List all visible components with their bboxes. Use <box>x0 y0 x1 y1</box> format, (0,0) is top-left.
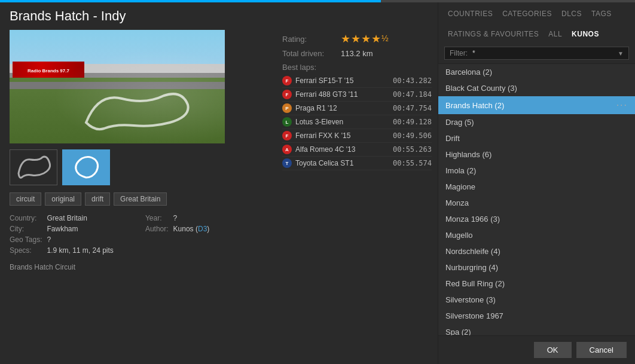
nav-tabs: COUNTRIES CATEGORIES DLCS TAGS RATINGS &… <box>438 2 635 43</box>
lap-row: P Praga R1 '12 00:47.754 <box>282 102 432 115</box>
list-item[interactable]: Drag (5) <box>438 114 635 130</box>
lap-time: 00:55.263 <box>393 145 432 154</box>
ok-button[interactable]: OK <box>534 342 572 358</box>
lap-car: Ferrari FXX K '15 <box>295 131 389 140</box>
city-label: City: <box>10 225 42 233</box>
tab-tags[interactable]: TAGS <box>591 8 612 19</box>
total-driven-label: Total driven: <box>282 49 336 58</box>
lap-car: Alfa Romeo 4C '13 <box>295 145 389 154</box>
tab-ratings[interactable]: RATINGS & FAVOURITES <box>448 29 539 39</box>
track-layout-1[interactable] <box>10 149 57 185</box>
rating-label: Rating: <box>282 35 336 44</box>
track-list[interactable]: Barcelona (2)Black Cat County (3)Brands … <box>438 64 635 335</box>
lap-icon: F <box>282 90 292 99</box>
lap-icon: P <box>282 103 292 113</box>
tab-all[interactable]: ALL <box>548 29 562 39</box>
lap-car: Ferrari 488 GT3 '11 <box>295 90 389 99</box>
lap-time: 00:49.506 <box>393 131 432 140</box>
lap-icon: A <box>282 145 292 154</box>
list-item[interactable]: Highlands (6) <box>438 146 635 163</box>
tag-drift[interactable]: drift <box>85 192 110 206</box>
lap-car: Praga R1 '12 <box>295 104 389 112</box>
total-driven-row: Total driven: 113.2 km <box>282 49 432 58</box>
specs-label: Specs: <box>10 246 42 255</box>
geotags-label: Geo Tags: <box>10 235 42 244</box>
list-item[interactable]: Monza <box>438 195 635 211</box>
tab-dlcs[interactable]: DLCS <box>561 8 582 19</box>
lap-row: T Toyota Celica ST1 00:55.574 <box>282 157 432 170</box>
list-item[interactable]: Drift <box>438 130 635 146</box>
list-item[interactable]: Spa (2) <box>438 324 635 335</box>
tag-country[interactable]: Great Britain <box>114 192 167 206</box>
lap-icon: L <box>282 117 292 127</box>
cancel-button[interactable]: Cancel <box>576 342 627 358</box>
country-value: Great Britain <box>47 214 140 222</box>
list-item[interactable]: Black Cat County (3) <box>438 80 635 96</box>
lap-icon: F <box>282 131 292 140</box>
tab-kunos[interactable]: KUNOS <box>572 29 599 39</box>
filter-row: Filter: ▼ <box>438 43 635 64</box>
lap-time: 00:47.184 <box>393 90 432 99</box>
filter-label: Filter: <box>450 49 468 57</box>
list-item[interactable]: Mugello <box>438 227 635 243</box>
tag-circuit[interactable]: circuit <box>10 192 41 206</box>
author-link[interactable]: D3 <box>198 225 207 233</box>
year-value: ? <box>173 214 267 222</box>
author-value: Kunos (D3) <box>173 225 267 233</box>
lap-car: Lotus 3-Eleven <box>295 118 389 126</box>
list-item[interactable]: Imola (2) <box>438 163 635 179</box>
info-grid: Country: Great Britain Year: ? City: Faw… <box>10 214 267 255</box>
lap-row: A Alfa Romeo 4C '13 00:55.263 <box>282 143 432 157</box>
track-layout-2[interactable] <box>62 149 110 185</box>
bottom-buttons: OK Cancel <box>438 335 635 364</box>
author-label: Author: <box>145 225 169 233</box>
filter-input[interactable] <box>472 49 613 57</box>
tab-categories[interactable]: CATEGORIES <box>502 8 552 19</box>
lap-row: F Ferrari SF15-T '15 00:43.282 <box>282 74 432 88</box>
lap-icon: T <box>282 158 292 168</box>
lap-time: 00:43.282 <box>393 77 432 85</box>
specs-value: 1.9 km, 11 m, 24 pits <box>47 246 140 255</box>
lap-icon: F <box>282 76 292 85</box>
list-item[interactable]: Silverstone (3) <box>438 292 635 308</box>
country-label: Country: <box>10 214 42 222</box>
lap-time: 00:49.128 <box>393 118 432 126</box>
track-image: Radio Brands 97.7 <box>10 30 225 143</box>
total-driven-value: 113.2 km <box>341 49 373 58</box>
city-value: Fawkham <box>47 225 140 233</box>
list-item[interactable]: Magione <box>438 179 635 195</box>
geotags-value: ? <box>47 235 140 244</box>
page-title: Brands Hatch - Indy <box>10 8 267 24</box>
list-item[interactable]: Monza 1966 (3) <box>438 211 635 227</box>
tags-row: circuit original drift Great Britain <box>10 192 267 206</box>
track-layout-section <box>10 149 267 185</box>
tag-original[interactable]: original <box>45 192 81 206</box>
laps-container: F Ferrari SF15-T '15 00:43.282 F Ferrari… <box>282 74 432 170</box>
lap-time: 00:55.574 <box>393 159 432 167</box>
best-laps-title: Best laps: <box>282 63 432 72</box>
track-description: Brands Hatch Circuit <box>10 263 267 271</box>
lap-row: F Ferrari 488 GT3 '11 00:47.184 <box>282 88 432 102</box>
list-item[interactable]: Barcelona (2) <box>438 64 635 80</box>
rating-row: Rating: ★★★★½ <box>282 32 432 45</box>
list-item[interactable]: Nurburgring (4) <box>438 259 635 276</box>
lap-car: Toyota Celica ST1 <box>295 159 389 167</box>
lap-time: 00:47.754 <box>393 104 432 112</box>
filter-arrow-icon: ▼ <box>618 50 624 57</box>
lap-car: Ferrari SF15-T '15 <box>295 77 389 85</box>
lap-row: L Lotus 3-Eleven 00:49.128 <box>282 115 432 129</box>
rating-stars: ★★★★½ <box>341 32 389 45</box>
lap-row: F Ferrari FXX K '15 00:49.506 <box>282 129 432 143</box>
list-item[interactable]: Red Bull Ring (2) <box>438 276 635 292</box>
list-item[interactable]: Brands Hatch (2)··· <box>438 96 635 114</box>
list-item[interactable]: Silverstone 1967 <box>438 308 635 324</box>
tab-countries[interactable]: COUNTRIES <box>448 8 493 19</box>
year-label: Year: <box>145 214 169 222</box>
list-item[interactable]: Nordschleife (4) <box>438 243 635 259</box>
